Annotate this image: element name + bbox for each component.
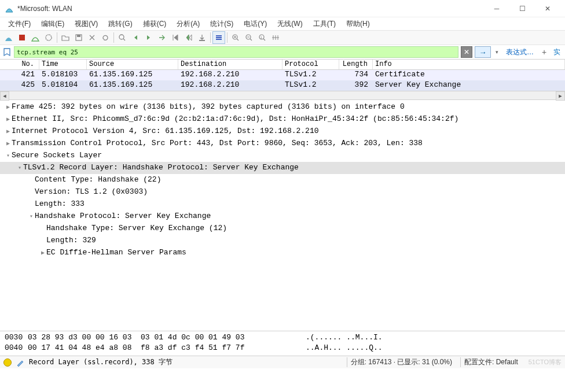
cell-protocol: TLSv1.2 xyxy=(282,70,339,80)
expert-info-icon[interactable] xyxy=(3,358,12,367)
status-message: Record Layer (ssl.record), 338 字节 xyxy=(29,357,342,367)
auto-scroll-icon[interactable] xyxy=(196,31,208,44)
expand-icon[interactable]: ▶ xyxy=(5,114,12,125)
scroll-right-icon[interactable]: ► xyxy=(556,91,565,101)
menu-go[interactable]: 跳转(G) xyxy=(104,18,137,30)
scroll-left-icon[interactable]: ◄ xyxy=(0,91,9,101)
go-to-packet-icon[interactable] xyxy=(156,31,168,44)
separator xyxy=(57,32,57,43)
status-profile[interactable]: 配置文件: Default xyxy=(460,357,522,367)
hex-offset: 0030 xyxy=(0,332,28,343)
svg-point-4 xyxy=(119,35,124,39)
header-info[interactable]: Info xyxy=(373,60,565,69)
menu-analyze[interactable]: 分析(A) xyxy=(172,18,204,30)
expression-button[interactable]: 表达式… xyxy=(502,47,537,57)
svg-text:1: 1 xyxy=(261,36,263,39)
capture-options-icon[interactable] xyxy=(42,31,55,44)
header-no[interactable]: No. xyxy=(0,60,39,69)
packet-row[interactable]: 425 5.018104 61.135.169.125 192.168.2.21… xyxy=(0,80,565,91)
expand-icon[interactable]: ▶ xyxy=(5,102,12,113)
hex-row[interactable]: 0030 03 28 93 d3 00 00 16 03 03 01 4d 0c… xyxy=(0,332,565,343)
open-file-icon[interactable] xyxy=(59,31,72,44)
tree-ethernet[interactable]: ▶Ethernet II, Src: PhicommS_d7:6c:9d (2c… xyxy=(0,113,565,125)
menu-capture[interactable]: 捕获(C) xyxy=(138,18,171,30)
go-back-icon[interactable] xyxy=(129,31,142,44)
header-time[interactable]: Time xyxy=(39,60,87,69)
hex-bytes: 03 28 93 d3 00 00 16 03 03 01 4d 0c 00 0… xyxy=(28,332,306,343)
go-first-icon[interactable] xyxy=(169,31,182,44)
tree-ssl[interactable]: ▾Secure Sockets Layer xyxy=(0,150,565,162)
find-icon[interactable] xyxy=(116,31,129,44)
hex-view: 0030 03 28 93 d3 00 00 16 03 03 01 4d 0c… xyxy=(0,331,565,356)
menu-edit[interactable]: 编辑(E) xyxy=(36,18,69,30)
menu-telephony[interactable]: 电话(Y) xyxy=(239,18,272,30)
reload-icon[interactable] xyxy=(99,31,112,44)
display-filter-input[interactable] xyxy=(14,46,458,58)
close-button[interactable]: ✕ xyxy=(535,1,560,17)
save-file-icon[interactable] xyxy=(72,31,85,44)
go-forward-icon[interactable] xyxy=(142,31,155,44)
restart-capture-icon[interactable] xyxy=(29,31,42,44)
tree-label: Handshake Type: Server Key Exchange (12) xyxy=(46,224,227,232)
collapse-icon[interactable]: ▾ xyxy=(5,150,12,162)
apply-filter-button[interactable]: → xyxy=(475,46,491,58)
start-capture-icon[interactable] xyxy=(2,31,15,44)
tree-version[interactable]: Version: TLS 1.2 (0x0303) xyxy=(0,186,565,198)
tree-label: Handshake Protocol: Server Key Exchange xyxy=(35,212,211,220)
zoom-in-icon[interactable] xyxy=(229,31,242,44)
maximize-button[interactable]: ☐ xyxy=(509,1,535,17)
tree-handshake-length[interactable]: Length: 329 xyxy=(0,235,565,247)
tree-handshake[interactable]: ▾Handshake Protocol: Server Key Exchange xyxy=(0,210,565,223)
expand-icon[interactable]: ▶ xyxy=(39,247,46,259)
clear-filter-button[interactable]: ✕ xyxy=(461,46,472,58)
header-source[interactable]: Source xyxy=(87,60,178,69)
menu-help[interactable]: 帮助(H) xyxy=(342,18,375,30)
tree-ecdh[interactable]: ▶EC Diffie-Hellman Server Params xyxy=(0,247,565,259)
resize-columns-icon[interactable] xyxy=(269,31,282,44)
cell-no: 421 xyxy=(0,70,39,80)
tree-handshake-type[interactable]: Handshake Type: Server Key Exchange (12) xyxy=(0,223,565,235)
menu-wireless[interactable]: 无线(W) xyxy=(273,18,307,30)
tree-ip[interactable]: ▶Internet Protocol Version 4, Src: 61.13… xyxy=(0,125,565,138)
colorize-icon[interactable] xyxy=(212,31,225,44)
tree-label: EC Diffie-Hellman Server Params xyxy=(46,248,186,257)
filter-dropdown-icon[interactable]: ▾ xyxy=(493,46,500,58)
edit-preferences-icon[interactable] xyxy=(16,358,24,367)
zoom-reset-icon[interactable]: 1 xyxy=(256,31,269,44)
go-last-icon[interactable] xyxy=(182,31,195,44)
cell-info: Certificate xyxy=(373,70,565,80)
tree-frame[interactable]: ▶Frame 425: 392 bytes on wire (3136 bits… xyxy=(0,101,565,113)
tree-content-type[interactable]: Content Type: Handshake (22) xyxy=(0,174,565,186)
collapse-icon[interactable]: ▾ xyxy=(28,211,35,223)
hex-offset: 0040 xyxy=(0,343,28,353)
packet-list: No. Time Source Destination Protocol Len… xyxy=(0,59,565,91)
header-protocol[interactable]: Protocol xyxy=(282,60,339,69)
menu-file[interactable]: 文件(F) xyxy=(3,18,35,30)
add-filter-button[interactable]: + xyxy=(540,47,549,57)
tree-label: Secure Sockets Layer xyxy=(12,151,102,160)
packet-list-hscroll[interactable]: ◄ ► xyxy=(0,91,565,100)
zoom-out-icon[interactable] xyxy=(243,31,255,44)
tree-length[interactable]: Length: 333 xyxy=(0,198,565,210)
expand-icon[interactable]: ▶ xyxy=(5,138,12,150)
packet-list-header: No. Time Source Destination Protocol Len… xyxy=(0,60,565,70)
spacer-icon xyxy=(39,235,46,247)
stop-capture-icon[interactable] xyxy=(16,31,28,44)
packet-row[interactable]: 421 5.018103 61.135.169.125 192.168.2.21… xyxy=(0,70,565,80)
collapse-icon[interactable]: ▾ xyxy=(16,162,23,174)
expand-icon[interactable]: ▶ xyxy=(5,126,12,138)
hex-row[interactable]: 0040 00 17 41 04 48 e4 a8 08 f8 a3 df c3… xyxy=(0,343,565,353)
tree-tcp[interactable]: ▶Transmission Control Protocol, Src Port… xyxy=(0,138,565,150)
menu-tools[interactable]: 工具(T) xyxy=(309,18,340,30)
close-file-icon[interactable] xyxy=(86,31,98,44)
header-destination[interactable]: Destination xyxy=(178,60,282,69)
packet-details: ▶Frame 425: 392 bytes on wire (3136 bits… xyxy=(0,100,565,331)
tree-label: Ethernet II, Src: PhicommS_d7:6c:9d (2c:… xyxy=(12,114,458,123)
filter-bookmark-icon[interactable] xyxy=(2,47,12,57)
menu-view[interactable]: 视图(V) xyxy=(70,18,102,30)
minimize-button[interactable]: ─ xyxy=(484,1,509,17)
tree-tls-record[interactable]: ▾TLSv1.2 Record Layer: Handshake Protoco… xyxy=(0,162,565,174)
menu-statistics[interactable]: 统计(S) xyxy=(206,18,238,30)
svg-point-1 xyxy=(46,35,52,40)
header-length[interactable]: Length xyxy=(339,60,373,69)
